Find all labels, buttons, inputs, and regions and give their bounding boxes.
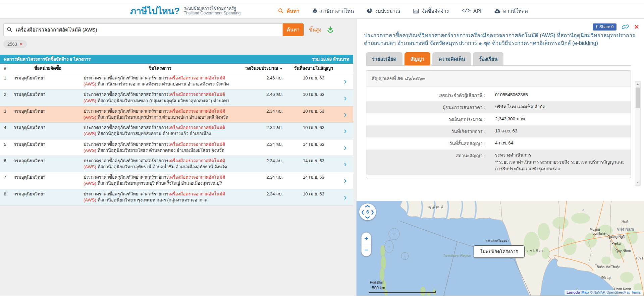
- project-text: ที่สถานีอุตุนิยมวิทยาสมุทรปราการ ตำบลบาง…: [96, 115, 228, 120]
- chevron-right-icon[interactable]: ›: [337, 160, 353, 168]
- app-logo[interactable]: ภาษีไปไหน?: [130, 4, 180, 18]
- table-row[interactable]: 7 กรมอุตุนิยมวิทยา ประกวดราคาซื้อครุภัณฑ…: [0, 172, 353, 189]
- map-label-country: Việt Nam: [617, 227, 634, 232]
- longdo-logo[interactable]: Longdo: [567, 290, 580, 294]
- row-project: ประกวดราคาซื้อครุภัณฑ์วิทยาศาสตร์รายการเ…: [82, 156, 236, 172]
- longdo-map-logo[interactable]: Map: [581, 290, 589, 294]
- results-header-bar: ผลการค้นหาโครงการจัดซื้อจัดจ้าง 8 โครงกา…: [0, 55, 353, 64]
- row-agency: กรมอุตุนิยมวิทยา: [10, 189, 82, 205]
- nav-label: ค้นหา: [286, 7, 300, 15]
- table-row[interactable]: 8 กรมอุตุนิยมวิทยา ประกวดราคาซื้อครุภัณฑ…: [0, 189, 353, 205]
- pan-right-icon[interactable]: ❯: [371, 210, 374, 215]
- nav-label: ดาวน์โหลด: [503, 7, 528, 15]
- remove-filter-icon[interactable]: ✕: [19, 42, 23, 47]
- map-label: Quy Nhơn: [615, 249, 631, 253]
- row-date: 10 เม.ย. 63: [290, 73, 337, 89]
- table-row-selected[interactable]: 3 กรมอุตุนิยมวิทยา ประกวดราคาซื้อครุภัณฑ…: [0, 106, 353, 123]
- field-label: วันที่เกิดรายการ :: [366, 125, 490, 137]
- map-label: พระนครศรีอยุธยา: [485, 238, 509, 243]
- filter-tag-label: 2563: [7, 42, 17, 47]
- scroll-down-icon[interactable]: ▼: [635, 180, 640, 185]
- row-agency: กรมอุตุนิยมวิทยา: [10, 139, 82, 156]
- project-text: ที่สถานีอุตุนิยมวิทยาอุทัยธานี ตำบลน้ำซึ…: [96, 164, 227, 169]
- map-label: Buôn Ma Thuột: [597, 265, 620, 269]
- status-value: ระหว่างดำเนินการ: [495, 152, 625, 159]
- row-number: 1: [0, 73, 10, 89]
- brand[interactable]: ภาษีไปไหน? ระบบข้อมูลการใช้จ่ายภาครัฐ Th…: [130, 4, 240, 18]
- field-value: ระหว่างดำเนินการ **ระยะเวลาดำเนินการ จะห…: [490, 150, 631, 175]
- pan-up-icon[interactable]: ❮: [365, 204, 370, 208]
- table-row[interactable]: 2 กรมอุตุนิยมวิทยา ประกวดราคาซื้อครุภัณฑ…: [0, 90, 353, 106]
- map-pan-control[interactable]: ❮ ❯ ❮ ❯ 6: [359, 203, 376, 220]
- row-agency: กรมอุตุนิยมวิทยา: [10, 106, 82, 122]
- permalink-icon[interactable]: [622, 23, 629, 30]
- map-attribution: Longdo Map © NuMAP, OpenStreetMap Terms: [565, 290, 643, 295]
- tab-complaints[interactable]: ร้องเรียน: [473, 52, 503, 65]
- nav-item-search[interactable]: ค้นหา: [278, 7, 300, 15]
- chevron-right-icon[interactable]: ›: [337, 110, 353, 119]
- scrollbar-thumb[interactable]: [636, 87, 640, 108]
- detail-scrollbar[interactable]: ▲ ▼: [635, 81, 641, 186]
- map-label: Port Blair: [370, 281, 384, 284]
- field-label: วงเงินงบประมาณ :: [366, 113, 490, 125]
- tab-details[interactable]: รายละเอียด: [366, 52, 402, 65]
- row-number: 6: [0, 156, 10, 172]
- pan-down-icon[interactable]: ❯: [365, 216, 370, 219]
- search-button[interactable]: ค้นหา: [283, 23, 304, 36]
- search-results-column: ค้นหา ขั้นสูง 2563 ✕ ผลการค้นหาโครงการจั…: [0, 19, 353, 296]
- row-agency: กรมอุตุนิยมวิทยา: [10, 90, 82, 106]
- map-label-region: Tanintharyi Region: [443, 254, 471, 257]
- chevron-right-icon[interactable]: ›: [337, 77, 353, 85]
- chevron-right-icon[interactable]: ›: [337, 193, 353, 201]
- table-header: # ชื่อหน่วยจัดซื้อ ชื่อโครงการ วงเงินงบป…: [0, 64, 353, 73]
- search-input-icon: [7, 27, 12, 33]
- nav-item-budget[interactable]: งบประมาณ: [367, 7, 400, 15]
- field-value: บริษัท ไนท แอคเซ็ส จำกัด: [490, 101, 631, 113]
- map-label: ក្រុងសីហនុ: [526, 249, 544, 252]
- facebook-share-button[interactable]: f Share 0: [593, 23, 616, 31]
- zoom-out-button[interactable]: −: [362, 244, 371, 256]
- nav-item-download[interactable]: ดาวน์โหลด: [494, 7, 528, 15]
- row-agency: กรมอุตุนิยมวิทยา: [10, 123, 82, 139]
- map-label: Quảng Ngãi: [607, 235, 625, 239]
- chevron-right-icon[interactable]: ›: [337, 126, 353, 135]
- scale-label: 500 km: [372, 286, 436, 290]
- table-row[interactable]: 6 กรมอุตุนิยมวิทยา ประกวดราคาซื้อครุภัณฑ…: [0, 156, 353, 172]
- search-input[interactable]: [3, 23, 283, 36]
- close-icon[interactable]: ✕: [634, 24, 639, 30]
- chevron-right-icon[interactable]: ›: [337, 94, 353, 102]
- project-detail-panel: f Share 0 ✕ ประกวดราคาซื้อครุภัณฑ์วิทยาศ…: [357, 19, 644, 201]
- nav-item-procurement[interactable]: จัดซื้อจัดจ้าง: [413, 7, 449, 15]
- row-date: 14 เม.ย. 63: [290, 156, 337, 172]
- project-location-map[interactable]: ရန်ကုန် Huế Việt Nam Muang Toumlane Quản…: [357, 201, 644, 296]
- row-number: 8: [0, 189, 10, 205]
- year-filter-tag[interactable]: 2563 ✕: [3, 40, 27, 48]
- table-row[interactable]: 5 กรมอุตุนิยมวิทยา ประกวดราคาซื้อครุภัณฑ…: [0, 139, 353, 156]
- project-text: ที่สถานีเรดาร์ตรวจอากาศสทิงพระ ตำบลบ่อดา…: [96, 81, 229, 86]
- row-number: 5: [0, 139, 10, 156]
- terms-link[interactable]: Terms: [632, 291, 641, 294]
- nav-item-tax-source[interactable]: $ ภาษีมาจากไหน: [312, 7, 354, 15]
- field-status: สถานะสัญญา : ระหว่างดำเนินการ **ระยะเวลา…: [366, 150, 631, 175]
- map-label: Đà Lạt: [601, 276, 611, 280]
- scale-bar: [369, 291, 436, 293]
- tab-comments[interactable]: ความคิดเห็น: [432, 52, 471, 65]
- project-text: ประกวดราคาซื้อครุภัณฑ์วิทยาศาสตร์รายการ: [84, 109, 169, 114]
- col-budget-sort[interactable]: วงเงินงบประมาณ ▼: [236, 65, 290, 72]
- chevron-right-icon[interactable]: ›: [337, 176, 353, 185]
- scrollbar-track[interactable]: [635, 87, 640, 180]
- pan-left-icon[interactable]: ❮: [361, 210, 365, 215]
- download-results-icon[interactable]: [326, 25, 335, 34]
- field-winner: ผู้ชนะการเสนอราคา : บริษัท ไนท แอคเซ็ส จ…: [366, 101, 631, 113]
- chevron-right-icon[interactable]: ›: [337, 143, 353, 152]
- tab-contract[interactable]: สัญญา: [405, 52, 431, 65]
- zoom-in-button[interactable]: +: [362, 233, 371, 244]
- project-text: ที่สถานีอุตุนิยมวิทยาสมุทรสงคราม ตำบลบาง…: [96, 131, 211, 136]
- table-row[interactable]: 1 กรมอุตุนิยมวิทยา ประกวดราคาซื้อครุภัณฑ…: [0, 73, 353, 90]
- table-row[interactable]: 4 กรมอุตุนิยมวิทยา ประกวดราคาซื้อครุภัณฑ…: [0, 123, 353, 139]
- row-date: 10 เม.ย. 63: [290, 123, 337, 139]
- nav-item-api[interactable]: </> API: [462, 8, 481, 14]
- advanced-search-link[interactable]: ขั้นสูง: [309, 26, 321, 34]
- subtitle-english: Thailand Government Spending: [184, 11, 240, 16]
- scroll-up-icon[interactable]: ▲: [635, 81, 640, 87]
